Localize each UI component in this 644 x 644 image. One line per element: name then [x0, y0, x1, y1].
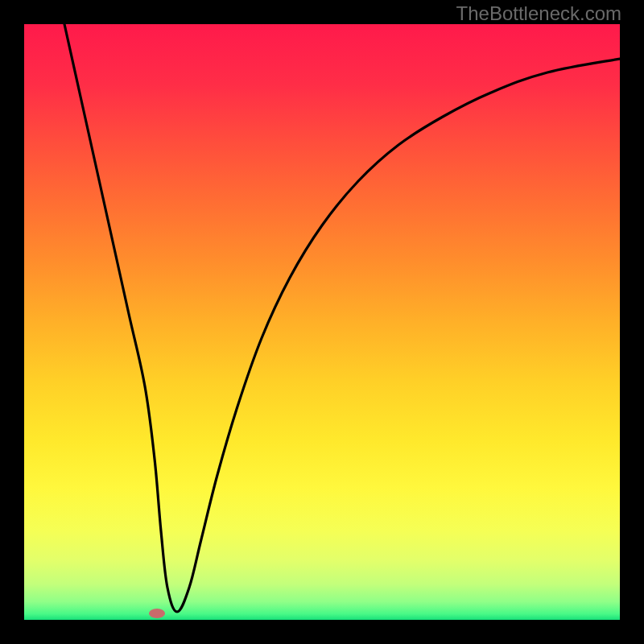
chart-svg [24, 24, 620, 620]
bottleneck-marker [149, 609, 165, 618]
plot-area [24, 24, 620, 620]
curve-path [64, 24, 620, 612]
chart-stage: TheBottleneck.com [0, 0, 644, 644]
watermark-text: TheBottleneck.com [456, 2, 621, 25]
